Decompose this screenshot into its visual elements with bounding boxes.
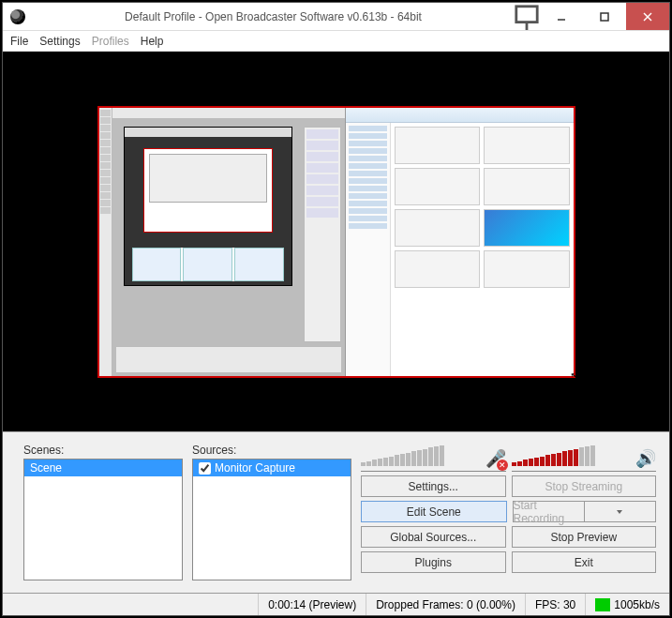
scenes-label: Scenes:: [23, 444, 183, 457]
status-time: 0:00:14 (Preview): [258, 594, 366, 615]
status-dropped: Dropped Frames: 0 (0.00%): [366, 594, 525, 615]
svg-marker-6: [617, 510, 622, 514]
preview-canvas[interactable]: ⤡: [97, 106, 575, 378]
menu-bar: File Settings Profiles Help: [3, 31, 669, 52]
exit-button[interactable]: Exit: [512, 551, 657, 573]
status-bar: 0:00:14 (Preview) Dropped Frames: 0 (0.0…: [3, 593, 669, 615]
status-fps: FPS: 30: [525, 594, 585, 615]
mute-badge-icon: ✕: [497, 460, 508, 471]
mic-meter[interactable]: 🎤✕: [361, 445, 506, 472]
sources-list[interactable]: Monitor Capture: [192, 459, 351, 580]
start-recording-dropdown[interactable]: [585, 501, 656, 522]
window-title: Default Profile - Open Broadcaster Softw…: [33, 10, 514, 23]
source-checkbox[interactable]: [199, 462, 211, 475]
pin-button[interactable]: [514, 4, 540, 30]
status-bandwidth-value: 1005kb/s: [614, 598, 660, 611]
microphone-icon: 🎤✕: [485, 448, 506, 469]
start-recording-button[interactable]: Start Recording: [513, 501, 585, 522]
bandwidth-indicator-icon: [595, 598, 610, 611]
maximize-button[interactable]: [583, 3, 626, 30]
stop-streaming-button[interactable]: Stop Streaming: [512, 475, 657, 497]
menu-file[interactable]: File: [10, 35, 28, 48]
app-icon: [10, 9, 25, 24]
stop-preview-button[interactable]: Stop Preview: [512, 526, 657, 548]
resize-cursor-icon: ⤡: [568, 368, 582, 384]
menu-profiles[interactable]: Profiles: [92, 35, 129, 48]
source-item-label: Monitor Capture: [215, 461, 295, 475]
edit-scene-button[interactable]: Edit Scene: [361, 501, 507, 522]
global-sources-button[interactable]: Global Sources...: [361, 526, 506, 548]
scene-item[interactable]: Scene: [24, 460, 182, 476]
close-button[interactable]: [626, 3, 669, 30]
source-item[interactable]: Monitor Capture: [193, 460, 351, 476]
minimize-button[interactable]: [540, 3, 583, 30]
menu-settings[interactable]: Settings: [39, 35, 80, 48]
speaker-icon: 🔊: [635, 448, 656, 469]
scenes-list[interactable]: Scene: [23, 459, 183, 580]
status-bandwidth: 1005kb/s: [585, 594, 669, 615]
sources-label: Sources:: [192, 444, 351, 457]
title-bar: Default Profile - Open Broadcaster Softw…: [3, 3, 669, 31]
speaker-meter[interactable]: 🔊: [512, 445, 657, 472]
menu-help[interactable]: Help: [141, 35, 164, 48]
svg-rect-0: [516, 6, 537, 22]
settings-button[interactable]: Settings...: [361, 475, 506, 497]
bottom-panel: Scenes: Scene Sources: Monitor Capture: [3, 431, 669, 615]
plugins-button[interactable]: Plugins: [361, 551, 506, 573]
svg-rect-3: [601, 13, 608, 21]
preview-area: ⤡: [3, 52, 669, 431]
